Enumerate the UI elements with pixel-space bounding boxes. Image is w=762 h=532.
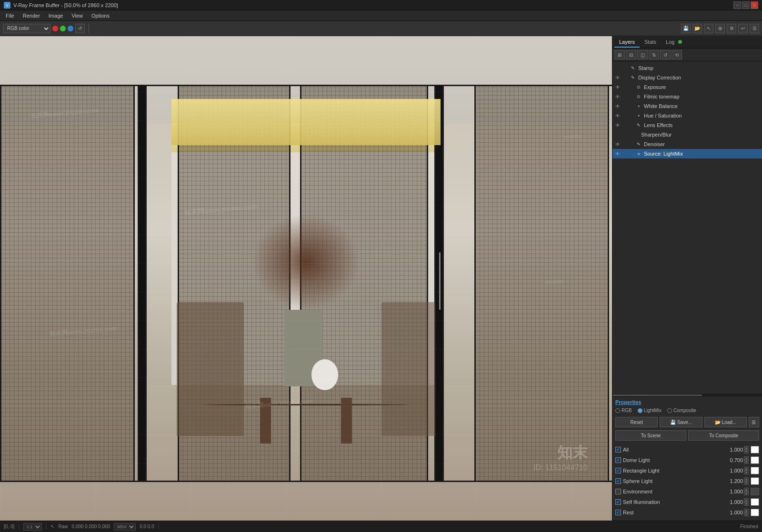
lm-dome-spinner[interactable]: ▲ ▼ xyxy=(744,456,749,464)
lm-rect-up[interactable]: ▲ xyxy=(744,467,749,471)
history-icon[interactable]: ↩ xyxy=(738,24,748,33)
layer-hue-saturation[interactable]: 👁 ▪ Hue / Saturation xyxy=(612,111,762,120)
status-zoom-select[interactable]: 1:1 xyxy=(23,523,42,531)
rtool-refresh[interactable]: ⟲ xyxy=(672,50,682,59)
eye-hue-sat[interactable]: 👁 xyxy=(614,112,621,119)
maximize-button[interactable]: □ xyxy=(742,1,750,9)
list-button[interactable]: ☰ xyxy=(749,417,759,427)
radio-lightmix[interactable]: LightMix xyxy=(638,408,662,413)
to-scene-button[interactable]: To Scene xyxy=(615,430,686,441)
lm-all-down[interactable]: ▼ xyxy=(744,450,749,453)
blue-channel-dot[interactable] xyxy=(68,26,73,31)
lm-env-down[interactable]: ▼ xyxy=(744,492,749,495)
tab-layers[interactable]: Layers xyxy=(614,37,640,48)
menu-file[interactable]: File xyxy=(2,12,18,20)
render-viewport[interactable]: 知末网www.znzmo.com 知末网www.znzmo.com 知末网www… xyxy=(0,36,612,521)
lm-sphere-spinner[interactable]: ▲ ▼ xyxy=(744,477,749,485)
lm-sphere-check[interactable]: ✓ xyxy=(615,478,621,484)
layer-denoiser[interactable]: 👁 ✎ Denoiser xyxy=(612,139,762,149)
open-image-icon[interactable]: 📂 xyxy=(692,24,702,33)
layer-filmic-tonemap[interactable]: 👁 ⊙ Filmic tonemap xyxy=(612,92,762,101)
lm-rect-down[interactable]: ▼ xyxy=(744,471,749,474)
tab-log[interactable]: Log xyxy=(661,37,686,48)
layer-exposure[interactable]: 👁 ⊙ Exposure xyxy=(612,82,762,92)
rtool-add[interactable]: ⊞ xyxy=(614,50,625,59)
save-image-icon[interactable]: 💾 xyxy=(681,24,691,33)
save-button[interactable]: 💾 Save... xyxy=(660,417,702,427)
lm-selfillum-down[interactable]: ▼ xyxy=(744,502,749,506)
lm-env-color[interactable] xyxy=(751,488,759,495)
status-color-mode-select[interactable]: MSV xyxy=(114,523,136,531)
lm-all-spinner[interactable]: ▲ ▼ xyxy=(744,446,749,453)
rtool-reset[interactable]: ↺ xyxy=(660,50,671,59)
titlebar-controls[interactable]: − □ × xyxy=(733,1,758,9)
cursor-icon[interactable]: ↖ xyxy=(704,24,713,33)
layer-source-lightmix[interactable]: 👁 ◈ Source: LightMix xyxy=(612,149,762,158)
close-button[interactable]: × xyxy=(751,1,758,9)
lm-dome-up[interactable]: ▲ xyxy=(744,456,749,460)
eye-lens[interactable]: 👁 xyxy=(614,122,621,128)
lm-selfillum-spinner[interactable]: ▲ ▼ xyxy=(744,498,749,506)
layer-stamp[interactable]: ✎ Stamp xyxy=(612,63,762,73)
reset-icon[interactable]: ↺ xyxy=(75,24,85,33)
lm-sphere-up[interactable]: ▲ xyxy=(744,477,749,481)
compare-icon[interactable]: ☰ xyxy=(750,24,759,33)
lm-env-spinner[interactable]: ▲ ▼ xyxy=(744,488,749,495)
lm-all-color[interactable] xyxy=(751,446,759,453)
eye-stamp[interactable] xyxy=(614,65,621,71)
layer-white-balance[interactable]: 👁 ▪ White Balance xyxy=(612,101,762,111)
layer-sharpen-blur[interactable]: Sharpen/Blur xyxy=(612,130,762,139)
eye-display-correction[interactable]: 👁 xyxy=(614,74,621,81)
minimize-button[interactable]: − xyxy=(733,1,741,9)
eye-lightmix[interactable]: 👁 xyxy=(614,150,621,157)
eye-exposure[interactable]: 👁 xyxy=(614,84,621,90)
lm-selfillum-up[interactable]: ▲ xyxy=(744,498,749,502)
lm-all-check[interactable]: ✓ xyxy=(615,447,621,453)
layer-lens-effects[interactable]: 👁 ✎ Lens Effects xyxy=(612,120,762,130)
tab-stats[interactable]: Stats xyxy=(640,37,661,48)
green-channel-dot[interactable] xyxy=(60,26,66,31)
lm-rect-color[interactable] xyxy=(751,467,759,474)
settings-icon[interactable]: ⚙ xyxy=(727,24,736,33)
lm-selfillum-color[interactable] xyxy=(751,498,759,506)
lm-rest-up[interactable]: ▲ xyxy=(744,509,749,512)
lm-rest-down[interactable]: ▼ xyxy=(744,512,749,516)
eye-white-balance[interactable]: 👁 xyxy=(614,103,621,109)
lm-sphere-down[interactable]: ▼ xyxy=(744,481,749,485)
crop-icon[interactable]: ⊞ xyxy=(715,24,725,33)
eye-filmic[interactable]: 👁 xyxy=(614,93,621,100)
lm-rest-color[interactable] xyxy=(751,509,759,516)
red-channel-dot[interactable] xyxy=(52,26,58,31)
radio-rgb[interactable]: RGB xyxy=(615,408,632,413)
save-icon: 💾 xyxy=(670,420,676,425)
lm-rest-check[interactable]: ✓ xyxy=(615,510,621,515)
rtool-reorder[interactable]: ⇅ xyxy=(649,50,659,59)
lm-env-up[interactable]: ▲ xyxy=(744,488,749,492)
rtool-remove[interactable]: ⊟ xyxy=(626,50,636,59)
lm-selfillum-check[interactable]: ✓ xyxy=(615,499,621,505)
lm-sphere-color[interactable] xyxy=(751,477,759,485)
rtool-duplicate[interactable]: ◫ xyxy=(637,50,648,59)
to-composite-button[interactable]: To Composite xyxy=(688,430,759,441)
lm-environment: Environment 1.000 ▲ ▼ xyxy=(615,486,759,497)
load-button[interactable]: 📂 Load... xyxy=(704,417,747,427)
channel-select[interactable]: RGB color xyxy=(3,24,50,33)
menu-options[interactable]: Options xyxy=(88,12,113,20)
eye-sharpen[interactable] xyxy=(614,131,621,138)
lm-rest-spinner[interactable]: ▲ ▼ xyxy=(744,509,749,516)
lm-dome-check[interactable]: ✓ xyxy=(615,457,621,463)
layers-tree[interactable]: ✎ Stamp 👁 ✎ Display Correction 👁 ⊙ Expos… xyxy=(612,61,762,394)
menu-render[interactable]: Render xyxy=(19,12,44,20)
lm-all-up[interactable]: ▲ xyxy=(744,446,749,450)
lm-rect-spinner[interactable]: ▲ ▼ xyxy=(744,467,749,474)
lm-env-check[interactable] xyxy=(615,489,621,494)
lm-dome-color[interactable] xyxy=(751,456,759,464)
lm-dome-down[interactable]: ▼ xyxy=(744,460,749,464)
menu-image[interactable]: Image xyxy=(45,12,67,20)
eye-denoiser[interactable]: 👁 xyxy=(614,141,621,148)
menu-view[interactable]: View xyxy=(68,12,87,20)
radio-composite[interactable]: Composite xyxy=(667,408,696,413)
reset-button[interactable]: Reset xyxy=(615,417,658,427)
layer-display-correction[interactable]: 👁 ✎ Display Correction xyxy=(612,73,762,82)
lm-rect-check[interactable]: ✓ xyxy=(615,468,621,473)
